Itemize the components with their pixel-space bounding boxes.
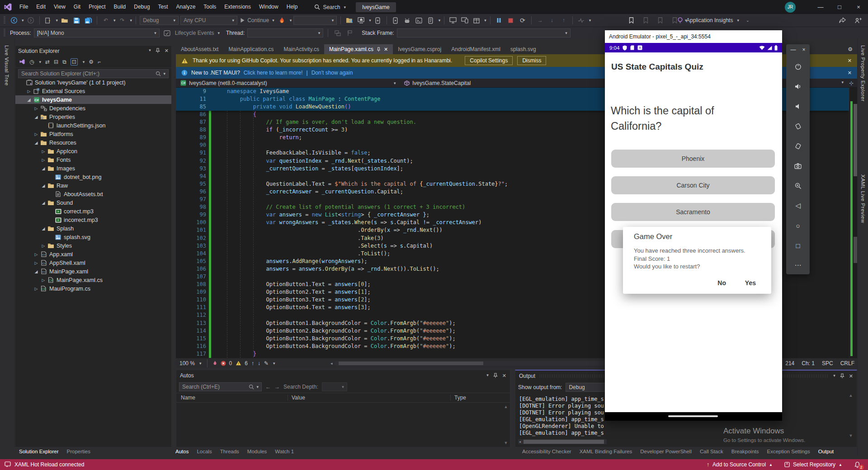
undo-button[interactable]: ↶ [101, 15, 111, 25]
line-number-indicator[interactable]: 214 [785, 360, 794, 367]
close-icon[interactable]: ✕ [502, 373, 506, 379]
thread-combo[interactable]: ▾ [247, 28, 323, 38]
window-position-dropdown[interactable]: ▾ [833, 373, 835, 379]
split-window-icon[interactable]: ⊹ [849, 80, 854, 86]
close-icon[interactable]: ✕ [849, 373, 853, 379]
package-dropdown[interactable]: ▾ [484, 18, 486, 23]
show-all-files-icon[interactable]: ⧉ [62, 59, 66, 65]
tab-locals[interactable]: Locals [193, 449, 216, 454]
editor-options-gear-icon[interactable]: ⚙ [848, 46, 853, 52]
scrollbar-thumb[interactable] [854, 104, 857, 176]
preview-dropdown[interactable]: ▾ [83, 60, 85, 64]
answer-option-button-2[interactable]: Carson City [611, 176, 775, 194]
phone-monitor-icon[interactable] [460, 15, 470, 25]
menu-analyze[interactable]: Analyze [172, 4, 200, 10]
tree-item[interactable]: ▷<>AppShell.xaml [15, 258, 171, 267]
hot-reload-button[interactable] [277, 15, 287, 25]
tab-threads[interactable]: Threads [216, 449, 243, 454]
volume-down-icon[interactable] [786, 99, 810, 113]
stack-frame-combo[interactable]: ▾ [397, 28, 571, 38]
tab-developer-powershell[interactable]: Developer PowerShell [636, 449, 696, 454]
application-insights-dropdown[interactable]: ▾ [737, 18, 739, 23]
collapse-all-icon[interactable]: ⊟ [54, 59, 58, 65]
pin-icon[interactable] [493, 373, 498, 379]
tree-item[interactable]: ◢Splash [15, 224, 171, 233]
tree-item[interactable]: Solution 'IveysGame' (1 of 1 project) [15, 78, 171, 87]
select-repository-button[interactable]: Select Repository▲ [784, 461, 842, 468]
toolbar-overflow-icon[interactable]: ⌄ [746, 18, 750, 23]
new-project-button[interactable] [43, 15, 53, 25]
expanded-arrow-icon[interactable]: ◢ [40, 226, 47, 231]
tree-item[interactable]: { }launchSettings.json [15, 121, 171, 130]
editor-tab-mainactivity-cs[interactable]: MainActivity.cs [278, 44, 324, 54]
add-to-source-control-button[interactable]: ↑Add to Source Control▲ [707, 461, 773, 468]
package-icon[interactable] [472, 15, 481, 25]
menu-help[interactable]: Help [283, 4, 302, 10]
search-back-icon[interactable]: ← [265, 384, 271, 390]
expanded-arrow-icon[interactable]: ◢ [25, 98, 33, 102]
answer-option-button-1[interactable]: Phoenix [611, 150, 775, 168]
filter-dropdown[interactable]: ▾ [39, 60, 41, 64]
send-feedback-icon[interactable] [854, 15, 863, 25]
dont-show-again-link[interactable]: Don't show again [311, 70, 353, 76]
collapsed-arrow-icon[interactable]: ▷ [40, 244, 47, 248]
tree-item[interactable]: ◢C#IveysGame [15, 95, 171, 104]
toolbar-grip[interactable] [4, 16, 5, 24]
tree-item[interactable]: ▷External Sources [15, 87, 171, 95]
tab-watch-1[interactable]: Watch 1 [271, 449, 298, 454]
space-indicator[interactable]: SPC [822, 360, 833, 367]
terminal-icon[interactable] [414, 15, 424, 25]
tab-output[interactable]: Output [814, 449, 838, 454]
bookmark-toggle-icon[interactable] [626, 15, 636, 25]
new-editorconfig-icon[interactable]: ⌐ [98, 59, 101, 65]
collapsed-arrow-icon[interactable]: ▷ [33, 106, 40, 111]
editor-tab-mainpage-xaml-cs[interactable]: MainPage.xaml.cs✕ [324, 44, 393, 54]
dialog-yes-button[interactable]: Yes [741, 277, 760, 289]
tab-xaml-live-preview[interactable]: XAML Live Preview [860, 174, 866, 223]
collapsed-arrow-icon[interactable]: ▷ [33, 287, 40, 291]
close-icon[interactable]: ✕ [848, 70, 852, 76]
expanded-arrow-icon[interactable]: ◢ [33, 115, 40, 119]
pin-icon[interactable] [156, 48, 160, 54]
project-dropdown-chevron[interactable]: ▾ [394, 81, 396, 85]
editor-horizontal-scrollbar[interactable] [335, 361, 604, 366]
tree-item[interactable]: ▷Dependencies [15, 104, 171, 113]
tree-item[interactable]: correct.mp3 [15, 207, 171, 216]
tab-live-visual-tree[interactable]: Live Visual Tree [4, 45, 9, 86]
search-box[interactable]: Search ▾ [314, 4, 346, 10]
tree-item[interactable]: ▷C#MauiProgram.cs [15, 284, 171, 293]
emulator-close-icon[interactable]: × [802, 47, 805, 53]
process-combo[interactable]: [N/A] Mono▾ [34, 28, 160, 38]
notifications-bell-icon[interactable]: 2 [854, 461, 861, 468]
rotate-right-icon[interactable] [786, 139, 810, 153]
power-icon[interactable] [786, 60, 810, 73]
volume-up-icon[interactable] [786, 80, 810, 93]
preview-selected-items-icon[interactable]: ⊡ [71, 58, 78, 66]
column-indicator[interactable]: Ch: 1 [802, 360, 815, 367]
camera-icon[interactable] [786, 159, 810, 173]
expanded-arrow-icon[interactable]: ◢ [33, 141, 40, 145]
lifecycle-events-icon[interactable] [162, 28, 172, 38]
warning-count[interactable]: 6 [236, 360, 248, 367]
navigate-forward-button[interactable] [26, 15, 36, 25]
tree-item[interactable]: ▷Styles [15, 241, 171, 250]
step-out-icon[interactable]: ↑ [559, 15, 569, 25]
pending-changes-filter-icon[interactable]: ◷ [29, 59, 34, 65]
step-into-icon[interactable]: ↓ [547, 15, 557, 25]
tab-autos[interactable]: Autos [171, 449, 193, 454]
prev-issue-icon[interactable]: ↑ [251, 360, 254, 367]
lifecycle-events-label[interactable]: Lifecycle Events [175, 30, 214, 36]
tree-item[interactable]: splash.svg [15, 233, 171, 241]
editor-tab-aboutassets-txt[interactable]: AboutAssets.txt [176, 44, 223, 54]
menu-git[interactable]: Git [70, 4, 85, 10]
solution-explorer-search[interactable]: Search Solution Explorer (Ctrl+;) ▾ [18, 69, 169, 78]
rotate-left-icon[interactable] [786, 119, 810, 133]
tree-item[interactable]: ◢Resources [15, 138, 171, 147]
run-on-device-icon[interactable] [391, 15, 401, 25]
tab-accessibility-checker[interactable]: Accessibility Checker [518, 449, 576, 454]
search-forward-icon[interactable]: → [274, 384, 280, 390]
collapsed-arrow-icon[interactable]: ▷ [33, 252, 40, 257]
column-name[interactable]: Name [176, 395, 288, 401]
menu-debug[interactable]: Debug [130, 4, 154, 10]
tree-item[interactable]: ▷C#MainPage.xaml.cs [15, 276, 171, 284]
